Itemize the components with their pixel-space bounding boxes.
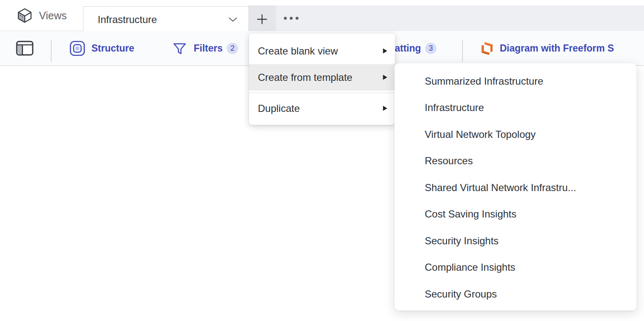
formatting-count-badge: 3 [425, 43, 436, 54]
submenu-item-compliance-insights[interactable]: Compliance Insights [395, 254, 636, 281]
filters-button[interactable]: Filters 2 [172, 31, 238, 65]
submenu-item-label: Compliance Insights [425, 261, 515, 273]
submenu-item-label: Infrastructure [425, 102, 484, 114]
submenu-item-resources[interactable]: Resources [395, 148, 636, 175]
menu-item-label: Create blank view [258, 45, 338, 57]
views-cube-icon [17, 8, 33, 23]
menu-item-label: Create from template [258, 72, 352, 83]
submenu-arrow-icon [382, 48, 388, 54]
menu-item-create-blank-view[interactable]: Create blank view [249, 38, 395, 64]
submenu-item-security-insights[interactable]: Security Insights [395, 228, 636, 254]
tab-strip-background [276, 5, 644, 31]
menu-separator [249, 93, 395, 93]
submenu-item-label: Security Insights [425, 235, 499, 247]
views-label: Views [39, 10, 67, 22]
structure-button[interactable]: Structure [70, 31, 134, 65]
template-submenu: Summarized Infrastructure Infrastructure… [395, 63, 636, 311]
submenu-item-infrastructure[interactable]: Infrastructure [395, 95, 636, 122]
filters-count-badge: 2 [227, 43, 238, 54]
submenu-item-summarized-infrastructure[interactable]: Summarized Infrastructure [395, 68, 636, 95]
diagram-freeform-button[interactable]: Diagram with Freeform S [480, 31, 614, 65]
submenu-item-label: Cost Saving Insights [425, 208, 517, 220]
submenu-item-label: Security Groups [425, 288, 497, 300]
topbar: Views Infrastructure [0, 0, 644, 31]
submenu-item-virtual-network-topology[interactable]: Virtual Network Topology [395, 121, 636, 148]
views-group: Views [17, 0, 67, 31]
diagram-freeform-label: Diagram with Freeform S [500, 43, 614, 54]
view-tab-infrastructure[interactable]: Infrastructure [83, 6, 250, 33]
submenu-item-label: Resources [425, 155, 473, 167]
ellipsis-icon [284, 17, 287, 20]
submenu-arrow-icon [382, 74, 388, 80]
submenu-item-label: Summarized Infrastructure [425, 75, 543, 87]
structure-icon [70, 41, 85, 56]
filter-funnel-icon [172, 41, 187, 56]
filters-label: Filters [194, 43, 223, 54]
create-view-menu: Create blank view Create from template D… [249, 34, 395, 125]
toggle-left-panel-button[interactable] [16, 31, 34, 65]
toolbar-divider [51, 40, 52, 62]
menu-item-create-from-template[interactable]: Create from template [249, 64, 395, 91]
submenu-item-label: Shared Virtual Network Infrastru... [425, 182, 576, 194]
app-screen: Views Infrastructure [0, 0, 644, 321]
view-tab-label: Infrastructure [98, 14, 157, 26]
submenu-arrow-icon [382, 105, 388, 111]
panel-layout-icon [16, 41, 34, 56]
submenu-item-security-groups[interactable]: Security Groups [395, 281, 636, 308]
add-view-button[interactable] [248, 5, 276, 33]
chevron-down-icon [229, 17, 237, 22]
submenu-item-shared-virtual-network[interactable]: Shared Virtual Network Infrastru... [395, 174, 636, 201]
lucidscale-brand-icon [480, 41, 494, 56]
submenu-item-cost-saving-insights[interactable]: Cost Saving Insights [395, 201, 636, 228]
toolbar-divider [462, 40, 463, 62]
plus-icon [256, 13, 268, 25]
more-views-button[interactable] [280, 5, 302, 31]
menu-item-label: Duplicate [258, 103, 300, 114]
structure-label: Structure [91, 43, 134, 54]
submenu-item-label: Virtual Network Topology [425, 129, 536, 140]
menu-item-duplicate[interactable]: Duplicate [249, 95, 395, 122]
